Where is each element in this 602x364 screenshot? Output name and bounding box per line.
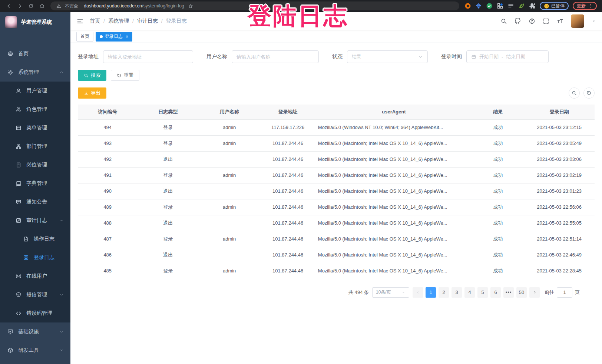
prev-page-button[interactable] bbox=[413, 287, 423, 298]
filter-form: 登录地址 用户名称 状态 结果 登录时间 开始日期 - 结束日期 bbox=[78, 50, 595, 63]
sidebar-item-op-log[interactable]: 操作日志 bbox=[0, 230, 70, 248]
browser-reload-icon[interactable] bbox=[27, 2, 34, 10]
extension-green-check-icon[interactable] bbox=[486, 3, 493, 9]
header-search-icon[interactable] bbox=[500, 18, 507, 24]
cell-id: 487 bbox=[78, 231, 137, 247]
sidebar-item-login-log[interactable]: 登录日志 bbox=[0, 248, 70, 267]
not-secure-label: 不安全 bbox=[65, 3, 78, 9]
sidebar-item-online[interactable]: 在线用户 bbox=[0, 267, 70, 285]
pager-page-2[interactable]: 2 bbox=[439, 287, 449, 298]
status-label: 状态 bbox=[332, 53, 343, 60]
pager-ellipsis[interactable]: ••• bbox=[503, 287, 514, 298]
page-size-select[interactable]: 10条/页 bbox=[372, 287, 409, 298]
extension-orange-icon[interactable] bbox=[464, 3, 471, 9]
extension-gem-icon[interactable] bbox=[475, 3, 482, 9]
sidebar-item-label: 错误码管理 bbox=[26, 310, 52, 317]
sidebar-item-depts[interactable]: 部门管理 bbox=[0, 137, 70, 156]
search-button[interactable]: 搜索 bbox=[78, 70, 106, 81]
login-address-input[interactable] bbox=[103, 50, 193, 63]
total-count: 共 494 条 bbox=[348, 289, 369, 296]
browser-menu-icon[interactable] bbox=[588, 4, 593, 8]
login-time-range-picker[interactable]: 开始日期 - 结束日期 bbox=[466, 50, 549, 63]
bookmark-star-icon[interactable] bbox=[187, 2, 194, 10]
online-users-icon bbox=[16, 273, 22, 279]
not-secure-warning-icon[interactable] bbox=[55, 2, 62, 10]
sidebar-item-label: 在线用户 bbox=[26, 273, 47, 279]
toggle-search-button[interactable] bbox=[569, 87, 580, 99]
github-icon[interactable] bbox=[515, 18, 521, 24]
sidebar-item-dicts[interactable]: 字典管理 bbox=[0, 174, 70, 193]
download-icon bbox=[84, 91, 89, 96]
next-page-button[interactable] bbox=[529, 287, 540, 298]
breadcrumb-item[interactable]: 审计日志 bbox=[137, 18, 158, 24]
sidebar-item-infra[interactable]: 基础设施 bbox=[0, 322, 70, 341]
sidebar-item-label: 基础设施 bbox=[18, 328, 39, 335]
cell-user_agent: Mozilla/5.0 (Macintosh; Intel Mac OS X 1… bbox=[316, 151, 472, 167]
extensions-puzzle-icon[interactable] bbox=[529, 3, 536, 9]
pager-page-50[interactable]: 50 bbox=[516, 287, 527, 298]
table-row: 486退出101.87.244.46Mozilla/5.0 (Macintosh… bbox=[78, 247, 595, 263]
app-logo-row[interactable]: 芋道管理系统 bbox=[0, 12, 70, 33]
cell-username bbox=[199, 183, 260, 199]
goto-label: 前往 bbox=[545, 289, 554, 296]
cell-ip: 101.87.244.46 bbox=[260, 231, 315, 247]
close-tab-icon[interactable]: × bbox=[126, 34, 128, 39]
sidebar-item-sms[interactable]: 短信管理 bbox=[0, 285, 70, 304]
pager-page-3[interactable]: 3 bbox=[452, 287, 462, 298]
cell-result: 成功 bbox=[472, 135, 524, 151]
extension-list-icon[interactable] bbox=[507, 3, 514, 9]
sidebar-item-label: 部门管理 bbox=[26, 143, 47, 150]
column-header-type: 日志类型 bbox=[137, 105, 198, 119]
cell-type: 登录 bbox=[137, 231, 198, 247]
tab-label: 首页 bbox=[80, 33, 89, 40]
tab-login-log[interactable]: 登录日志 × bbox=[96, 32, 132, 42]
pager-page-4[interactable]: 4 bbox=[464, 287, 475, 298]
sidebar-item-menus[interactable]: 菜单管理 bbox=[0, 119, 70, 137]
breadcrumb-item[interactable]: 首页 bbox=[90, 18, 100, 24]
reset-button[interactable]: 重置 bbox=[111, 70, 139, 81]
help-icon[interactable] bbox=[529, 18, 535, 24]
shield-icon bbox=[16, 292, 22, 298]
sidebar-item-errcode[interactable]: 错误码管理 bbox=[0, 304, 70, 322]
profile-avatar-icon bbox=[544, 3, 549, 9]
username-label: 用户名称 bbox=[206, 53, 227, 60]
browser-home-icon[interactable] bbox=[38, 2, 46, 10]
username-input[interactable] bbox=[232, 50, 319, 63]
goto-page-input[interactable] bbox=[557, 287, 572, 298]
dashboard-icon bbox=[7, 51, 13, 57]
export-button[interactable]: 导出 bbox=[78, 87, 106, 99]
tab-home[interactable]: 首页 bbox=[76, 32, 93, 42]
browser-chrome: 不安全 dashboard.yudao.iocoder.cn/system/lo… bbox=[0, 0, 602, 12]
sidebar-item-posts[interactable]: 岗位管理 bbox=[0, 156, 70, 174]
browser-forward-icon[interactable] bbox=[16, 2, 23, 10]
pager-page-6[interactable]: 6 bbox=[490, 287, 501, 298]
breadcrumb-item[interactable]: 系统管理 bbox=[108, 18, 129, 24]
extension-leaf-icon[interactable] bbox=[518, 3, 525, 9]
table-row: 492退出101.87.244.46Mozilla/5.0 (Macintosh… bbox=[78, 151, 595, 167]
sidebar-item-audit-log[interactable]: 审计日志 bbox=[0, 211, 70, 230]
user-avatar[interactable] bbox=[571, 14, 584, 28]
pager-page-5[interactable]: 5 bbox=[477, 287, 488, 298]
browser-back-icon[interactable] bbox=[5, 2, 12, 10]
cell-result: 成功 bbox=[472, 247, 524, 263]
sidebar-item-label: 审计日志 bbox=[26, 217, 47, 224]
sidebar-item-roles[interactable]: 角色管理 bbox=[0, 100, 70, 119]
sidebar-item-devtools[interactable]: 研发工具 bbox=[0, 341, 70, 360]
extension-grid-icon[interactable] bbox=[497, 3, 503, 9]
sidebar-item-users[interactable]: 用户管理 bbox=[0, 82, 70, 100]
hamburger-icon[interactable] bbox=[76, 17, 84, 25]
browser-address-bar[interactable]: 不安全 dashboard.yudao.iocoder.cn/system/lo… bbox=[50, 1, 459, 10]
pager-page-1[interactable]: 1 bbox=[426, 287, 436, 298]
avatar-caret-icon[interactable] bbox=[592, 19, 596, 23]
status-select[interactable]: 结果 bbox=[347, 50, 428, 63]
fullscreen-icon[interactable] bbox=[543, 18, 549, 24]
cell-user_agent: Mozilla/5.0 (Macintosh; Intel Mac OS X 1… bbox=[316, 135, 472, 151]
sidebar-item-home[interactable]: 首页 bbox=[0, 44, 70, 63]
cell-type: 登录 bbox=[137, 263, 198, 279]
sidebar-item-system[interactable]: 系统管理 bbox=[0, 63, 70, 82]
refresh-table-button[interactable] bbox=[583, 87, 595, 99]
sidebar-item-notices[interactable]: 通知公告 bbox=[0, 193, 70, 211]
profile-paused-pill[interactable]: 已暂停 bbox=[540, 2, 569, 10]
font-size-icon[interactable] bbox=[557, 18, 563, 24]
browser-update-button[interactable]: 更新 bbox=[573, 2, 597, 10]
